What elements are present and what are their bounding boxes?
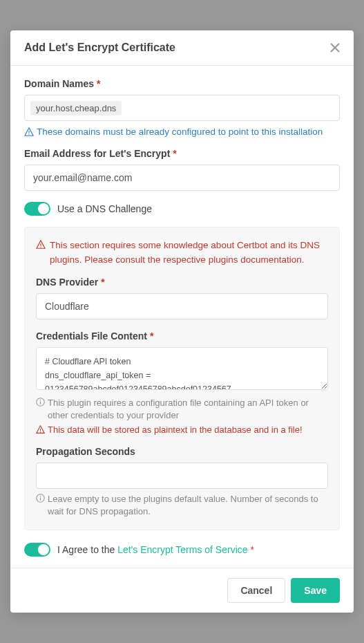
warning-triangle-icon bbox=[24, 127, 34, 137]
dns-provider-input[interactable] bbox=[36, 293, 328, 319]
svg-point-1 bbox=[28, 134, 29, 135]
info-icon bbox=[36, 398, 45, 407]
dns-challenge-toggle[interactable] bbox=[24, 202, 50, 216]
svg-point-8 bbox=[40, 431, 41, 432]
email-label: Email Address for Let's Encrypt * bbox=[24, 148, 340, 159]
credentials-warning: This data will be stored as plaintext in… bbox=[36, 425, 328, 435]
domain-tag[interactable]: your.host.cheap.dns bbox=[30, 101, 122, 115]
close-button[interactable] bbox=[330, 43, 340, 53]
modal-body: Domain Names * your.host.cheap.dns These… bbox=[10, 66, 354, 567]
warning-triangle-icon bbox=[36, 240, 46, 250]
email-group: Email Address for Let's Encrypt * bbox=[24, 148, 340, 191]
tos-toggle[interactable] bbox=[24, 543, 50, 557]
credentials-label: Credentials File Content * bbox=[36, 330, 328, 342]
domain-names-label: Domain Names * bbox=[24, 78, 340, 89]
tos-row: I Agree to the Let's Encrypt Terms of Se… bbox=[24, 543, 340, 557]
propagation-group: Propagation Seconds Leave empty to use t… bbox=[36, 446, 328, 518]
save-button[interactable]: Save bbox=[291, 578, 340, 603]
required-asterisk: * bbox=[101, 277, 104, 288]
dns-challenge-panel: This section requires some knowledge abo… bbox=[24, 227, 340, 530]
modal-title: Add Let's Encrypt Certificate bbox=[24, 41, 175, 54]
domain-names-group: Domain Names * your.host.cheap.dns These… bbox=[24, 78, 340, 137]
propagation-hint: Leave empty to use the plugins default v… bbox=[36, 493, 328, 518]
info-icon bbox=[36, 494, 45, 503]
domain-hint: These domains must be already configured… bbox=[24, 127, 340, 137]
required-asterisk: * bbox=[173, 148, 176, 159]
dns-challenge-label: Use a DNS Challenge bbox=[57, 203, 152, 214]
required-asterisk: * bbox=[250, 544, 253, 555]
tos-label: I Agree to the Let's Encrypt Terms of Se… bbox=[57, 544, 254, 555]
propagation-label: Propagation Seconds bbox=[36, 446, 328, 457]
cancel-button[interactable]: Cancel bbox=[227, 578, 285, 603]
warning-triangle-icon bbox=[36, 425, 45, 434]
dns-panel-warning: This section requires some knowledge abo… bbox=[36, 239, 328, 267]
svg-point-3 bbox=[40, 247, 41, 248]
credentials-textarea[interactable] bbox=[36, 347, 328, 390]
dns-challenge-toggle-row: Use a DNS Challenge bbox=[24, 202, 340, 216]
tos-link[interactable]: Let's Encrypt Terms of Service bbox=[117, 544, 247, 555]
close-icon bbox=[330, 43, 340, 53]
modal-header: Add Let's Encrypt Certificate bbox=[10, 30, 354, 66]
propagation-input[interactable] bbox=[36, 463, 328, 489]
required-asterisk: * bbox=[150, 330, 153, 342]
modal-footer: Cancel Save bbox=[10, 568, 354, 613]
modal-add-certificate: Add Let's Encrypt Certificate Domain Nam… bbox=[10, 30, 354, 612]
credentials-hint: This plugin requires a configuration fil… bbox=[36, 397, 328, 422]
credentials-group: Credentials File Content * This plugin r… bbox=[36, 330, 328, 435]
required-asterisk: * bbox=[97, 78, 100, 89]
svg-point-6 bbox=[40, 400, 41, 400]
dns-provider-group: DNS Provider * bbox=[36, 277, 328, 319]
dns-provider-label: DNS Provider * bbox=[36, 277, 328, 288]
domain-names-input[interactable]: your.host.cheap.dns bbox=[24, 95, 340, 121]
svg-point-11 bbox=[40, 496, 41, 496]
email-input[interactable] bbox=[24, 165, 340, 191]
